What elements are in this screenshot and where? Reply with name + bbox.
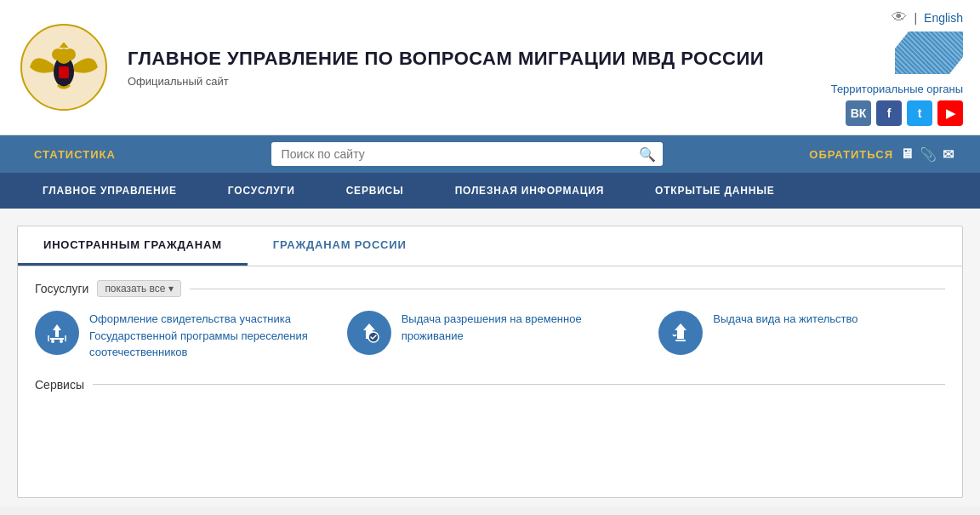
serv-section: Сервисы [35, 378, 945, 392]
search-input[interactable] [271, 142, 663, 166]
nav-item-services[interactable]: СЕРВИСЫ [321, 173, 430, 209]
service-card-1: Оформление свидетельства участника Госуд… [35, 311, 322, 361]
serv-separator [93, 384, 945, 385]
vk-icon[interactable]: ВК [846, 100, 871, 126]
svg-point-6 [51, 340, 54, 343]
contact-nav-item[interactable]: ОБРАТИТЬСЯ 🖥 📎 ✉ [801, 146, 963, 163]
tab-content-foreign: Госуслуги показать все ▾ [18, 266, 962, 405]
statistics-nav-item[interactable]: СТАТИСТИКА [17, 148, 133, 161]
territorial-link[interactable]: Территориальные органы [831, 83, 963, 95]
lang-row: 👁 | English [892, 9, 963, 26]
contact-label: ОБРАТИТЬСЯ [809, 148, 893, 161]
facebook-icon[interactable]: f [876, 100, 902, 126]
eye-icon: 👁 [892, 9, 907, 26]
residence-permit-icon [668, 320, 693, 346]
tabs-header: ИНОСТРАННЫМ ГРАЖДАНАМ ГРАЖДАНАМ РОССИИ [18, 226, 962, 266]
search-button[interactable]: 🔍 [639, 146, 656, 163]
service-title-3[interactable]: Выдача вида на жительство [713, 311, 858, 328]
serv-section-header: Сервисы [35, 378, 945, 392]
gosuslugi-separator [190, 289, 945, 289]
russia-map-decoration [895, 31, 963, 74]
service-icon-2 [347, 311, 391, 355]
service-card-3: Выдача вида на жительство [658, 311, 945, 361]
logo [17, 20, 111, 114]
service-title-1[interactable]: Оформление свидетельства участника Госуд… [89, 311, 322, 361]
service-title-2[interactable]: Выдача разрешения на временное проживани… [402, 311, 634, 344]
mail-icon: ✉ [943, 146, 954, 163]
chevron-down-icon: ▾ [168, 283, 174, 295]
separator: | [914, 11, 917, 25]
gosuslugi-label: Госуслуги [35, 282, 88, 295]
twitter-icon[interactable]: t [907, 100, 932, 126]
svg-point-7 [60, 340, 63, 343]
svg-point-3 [52, 49, 64, 60]
tab-foreign-citizens[interactable]: ИНОСТРАННЫМ ГРАЖДАНАМ [18, 226, 248, 266]
search-box: 🔍 [271, 142, 663, 166]
services-grid: Оформление свидетельства участника Госуд… [35, 311, 945, 361]
nav-item-gosuslugi[interactable]: ГОСУСЛУГИ [202, 173, 321, 209]
svg-rect-5 [59, 66, 69, 78]
navbar-top: СТАТИСТИКА 🔍 ОБРАТИТЬСЯ 🖥 📎 ✉ [0, 135, 980, 173]
service-card-2: Выдача разрешения на временное проживани… [347, 311, 634, 361]
tab-russian-citizens[interactable]: ГРАЖДАНАМ РОССИИ [248, 226, 432, 266]
clip-icon: 📎 [920, 146, 937, 163]
navbar-main: ГЛАВНОЕ УПРАВЛЕНИЕ ГОСУСЛУГИ СЕРВИСЫ ПОЛ… [0, 173, 980, 209]
temp-residence-icon [356, 320, 382, 346]
header-title-block: ГЛАВНОЕ УПРАВЛЕНИЕ ПО ВОПРОСАМ МИГРАЦИИ … [128, 47, 831, 88]
map-pattern-wrapper [895, 31, 963, 77]
monitor-icon: 🖥 [900, 146, 914, 163]
site-title: ГЛАВНОЕ УПРАВЛЕНИЕ ПО ВОПРОСАМ МИГРАЦИИ … [128, 47, 831, 72]
gosuslugi-section-header: Госуслуги показать все ▾ [35, 280, 945, 297]
site-subtitle: Официальный сайт [128, 75, 831, 88]
resettlement-icon [44, 320, 70, 346]
page-header: ГЛАВНОЕ УПРАВЛЕНИЕ ПО ВОПРОСАМ МИГРАЦИИ … [0, 0, 980, 135]
svg-point-4 [64, 49, 76, 60]
youtube-icon[interactable]: ▶ [937, 100, 963, 126]
main-content: ИНОСТРАННЫМ ГРАЖДАНАМ ГРАЖДАНАМ РОССИИ Г… [0, 209, 980, 506]
service-icon-1 [35, 311, 79, 355]
nav-item-info[interactable]: ПОЛЕЗНАЯ ИНФОРМАЦИЯ [430, 173, 630, 209]
english-link[interactable]: English [924, 11, 963, 25]
tabs-container: ИНОСТРАННЫМ ГРАЖДАНАМ ГРАЖДАНАМ РОССИИ Г… [17, 226, 963, 498]
service-icon-3 [658, 311, 703, 355]
serv-label: Сервисы [35, 378, 84, 392]
contact-icons: 🖥 📎 ✉ [900, 146, 954, 163]
nav-item-opendata[interactable]: ОТКРЫТЫЕ ДАННЫЕ [630, 173, 800, 209]
nav-item-main[interactable]: ГЛАВНОЕ УПРАВЛЕНИЕ [17, 173, 202, 209]
header-right: 👁 | English Территориальные органы ВК f … [831, 9, 963, 126]
show-all-button[interactable]: показать все ▾ [97, 280, 180, 297]
social-icons-row: ВК f t ▶ [846, 100, 963, 126]
